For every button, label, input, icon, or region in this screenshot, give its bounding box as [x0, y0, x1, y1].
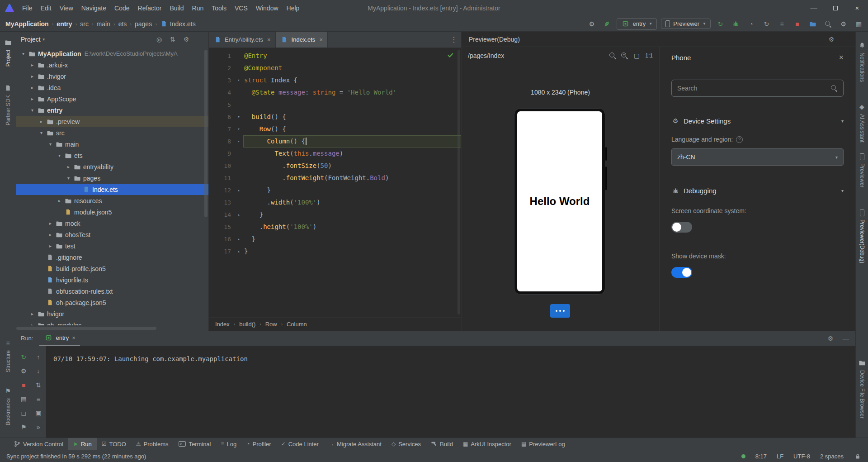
tool-button-version-control[interactable]: Version Control	[9, 438, 68, 450]
profiler-icon[interactable]: ◔	[745, 18, 757, 29]
tool-button-previewerlog[interactable]: ▤PreviewerLog	[516, 438, 570, 450]
project-horizontal-scrollbar[interactable]	[16, 327, 156, 330]
menu-tools[interactable]: Tools	[208, 3, 231, 14]
menu-code[interactable]: Code	[110, 3, 133, 14]
coordinate-system-toggle[interactable]	[671, 222, 692, 233]
menu-refactor[interactable]: Refactor	[134, 3, 166, 14]
tree-item-entryability[interactable]: ▸entryability	[16, 161, 208, 172]
scroll-end-icon[interactable]: ≡	[31, 395, 46, 404]
editor-scrollbar[interactable]	[458, 50, 460, 314]
tree-item-module-json5[interactable]: module.json5	[16, 206, 208, 218]
tree-chevron-right[interactable]: ▸	[28, 311, 37, 316]
tree-item-arkui-x[interactable]: ▸.arkui-x	[16, 59, 208, 71]
tree-item-oh-modules[interactable]: ▸oh_modules	[16, 319, 208, 325]
tree-item-src[interactable]: ▾src	[16, 127, 208, 138]
indent-setting[interactable]: 2 spaces	[820, 453, 844, 460]
minimize-icon[interactable]: —	[842, 35, 850, 43]
gear-icon[interactable]: ⚙	[826, 334, 835, 343]
breadcrumb-item-ets[interactable]: ets	[118, 20, 127, 28]
code-line-15[interactable]: 15 .height('100%')	[209, 221, 461, 233]
language-select[interactable]: zh-CN ▾	[671, 148, 844, 166]
menu-view[interactable]: View	[56, 3, 77, 14]
tree-chevron-right[interactable]: ▸	[64, 164, 73, 169]
fold-marker[interactable]: ▾	[234, 123, 243, 135]
close-icon[interactable]: ×	[839, 53, 844, 62]
code-breadcrumb-column[interactable]: Column	[287, 321, 307, 328]
phone-screen[interactable]: Hello World	[517, 111, 602, 291]
zoom-ratio-label[interactable]: 1:1	[645, 52, 653, 59]
project-panel-title[interactable]: Project▾	[21, 36, 45, 43]
tree-item-hvigor[interactable]: ▸.hvigor	[16, 71, 208, 82]
breadcrumb-item-pages[interactable]: pages	[135, 20, 152, 28]
debug-icon[interactable]	[730, 18, 741, 29]
project-sync-settings-icon[interactable]: ⚙	[586, 18, 597, 29]
lock-icon[interactable]	[854, 452, 862, 460]
editor-tab-entryability-ets[interactable]: EntryAbility.ets×	[209, 32, 276, 48]
sync-project-icon[interactable]: ↻	[715, 18, 726, 29]
target-device-select[interactable]: Previewer▼	[661, 19, 711, 29]
breadcrumb-item-entry[interactable]: entry	[57, 20, 72, 28]
breadcrumb-item-main[interactable]: main	[97, 20, 110, 28]
tool-button-arkui-inspector[interactable]: ▦ArkUI Inspector	[458, 438, 516, 450]
code-line-9[interactable]: 9 Text(this.message)	[209, 148, 461, 160]
tree-chevron-right[interactable]: ▸	[28, 96, 37, 101]
code-line-11[interactable]: 11 .fontWeight(FontWeight.Bold)	[209, 172, 461, 184]
tree-item-hvigorfile-ts[interactable]: hvigorfile.ts	[16, 274, 208, 286]
maximize-button[interactable]	[825, 0, 846, 16]
project-vertical-scrollbar[interactable]	[204, 50, 208, 217]
close-icon[interactable]: ×	[72, 335, 75, 341]
code-line-17[interactable]: 17▴}	[209, 245, 461, 257]
code-line-12[interactable]: 12▴ }	[209, 184, 461, 196]
menu-edit[interactable]: Edit	[37, 3, 56, 14]
line-separator[interactable]: LF	[777, 453, 783, 460]
tree-chevron-right[interactable]: ▸	[28, 323, 37, 325]
menu-vcs[interactable]: VCS	[231, 3, 252, 14]
code-line-2[interactable]: 2@Component	[209, 62, 461, 74]
search-everywhere-icon[interactable]	[822, 18, 834, 29]
pin-icon[interactable]: ⚑	[16, 423, 31, 432]
fold-marker[interactable]: ▾	[234, 135, 243, 148]
menu-help[interactable]: Help	[283, 3, 304, 14]
settings-icon[interactable]: ⚙	[838, 18, 849, 29]
menu-file[interactable]: File	[18, 3, 37, 14]
tree-chevron-right[interactable]: ▸	[46, 232, 55, 237]
tree-chevron-down[interactable]: ▾	[19, 51, 28, 56]
tool-button-profiler[interactable]: ◔Profiler	[241, 438, 276, 450]
inspection-ok-icon[interactable]	[447, 52, 454, 60]
next-occurrence-icon[interactable]: ↓	[31, 367, 46, 376]
fold-marker[interactable]: ▴	[234, 233, 243, 245]
fold-marker[interactable]: ▾	[234, 111, 243, 123]
tree-item-myapplication[interactable]: ▾MyApplicationE:\work\DevEcoStudioProjec…	[16, 48, 208, 59]
tab-options-icon[interactable]: ⋮	[450, 32, 458, 48]
tool-button-run[interactable]: Run	[68, 438, 97, 450]
notifications-grid-icon[interactable]: ▦	[853, 18, 864, 29]
tree-item-hvigor[interactable]: ▸hvigor	[16, 308, 208, 319]
tree-chevron-right[interactable]: ▸	[55, 198, 64, 203]
stop-icon[interactable]: ■	[792, 18, 803, 29]
tree-item-main[interactable]: ▾main	[16, 138, 208, 150]
prev-occurrence-icon[interactable]: ↑	[31, 352, 46, 362]
tree-chevron-right[interactable]: ▸	[28, 74, 37, 79]
tree-chevron-right[interactable]: ▸	[28, 62, 37, 67]
tool-strip-button-project[interactable]: Project	[0, 35, 16, 70]
code-line-16[interactable]: 16▴ }	[209, 233, 461, 245]
fold-marker[interactable]: ▾	[234, 74, 243, 86]
tree-chevron-down[interactable]: ▾	[28, 108, 37, 113]
menu-window[interactable]: Window	[252, 3, 283, 14]
tree-item-oh-package-json5[interactable]: oh-package.json5	[16, 297, 208, 308]
code-area[interactable]: 1@Entry2@Component3▾struct Index {4 @Sta…	[209, 48, 461, 317]
tree-chevron-right[interactable]: ▸	[46, 243, 55, 248]
breadcrumb-item-index-ets[interactable]: Index.ets	[160, 20, 196, 28]
tool-strip-button-notifications[interactable]: Notifications	[856, 38, 868, 85]
code-line-4[interactable]: 4 @State message: string = 'Hello World'	[209, 86, 461, 99]
tool-button-todo[interactable]: ☑TODO	[97, 438, 131, 450]
editor-tab-index-ets[interactable]: Index.ets×	[276, 32, 328, 48]
preview-more-button[interactable]	[550, 304, 570, 318]
device-file-browser-icon[interactable]	[807, 18, 818, 29]
fold-marker[interactable]: ▴	[234, 245, 243, 257]
harmony-resource-icon[interactable]	[601, 18, 613, 29]
run-console[interactable]: 07/10 17:59:07: Launching com.example.my…	[46, 346, 855, 438]
stop-icon[interactable]: ■	[16, 381, 31, 390]
fit-screen-icon[interactable]: ▢	[632, 52, 641, 60]
print-icon[interactable]: ▣	[31, 409, 46, 418]
